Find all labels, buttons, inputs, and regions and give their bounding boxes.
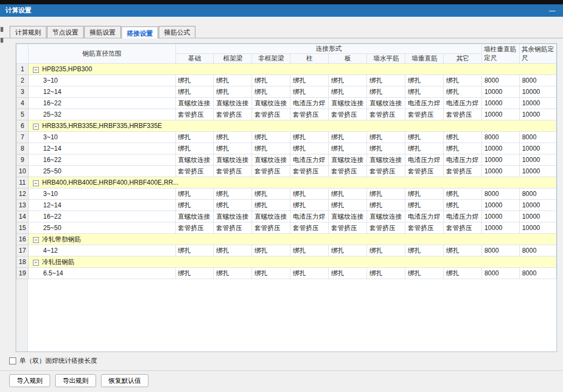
- connection-type-cell[interactable]: 直螺纹连接: [367, 211, 405, 222]
- wall-column-length-cell[interactable]: 10000: [482, 211, 520, 222]
- connection-type-cell[interactable]: 电渣压力焊: [405, 98, 444, 109]
- connection-type-cell[interactable]: 电渣压力焊: [405, 154, 444, 166]
- connection-type-cell[interactable]: 绑扎: [329, 86, 367, 98]
- connection-type-cell[interactable]: 绑扎: [329, 188, 367, 200]
- wall-column-length-cell[interactable]: 10000: [482, 200, 520, 211]
- connection-type-cell[interactable]: 绑扎: [175, 200, 214, 211]
- connection-type-cell[interactable]: 绑扎: [405, 245, 444, 256]
- other-length-cell[interactable]: 10000: [520, 211, 557, 222]
- connection-type-cell[interactable]: 绑扎: [405, 188, 444, 200]
- diameter-range-cell[interactable]: 6.5~14: [28, 268, 175, 279]
- wall-column-length-cell[interactable]: 10000: [482, 98, 520, 109]
- connection-type-cell[interactable]: 套管挤压: [175, 222, 214, 234]
- diameter-range-cell[interactable]: 25~32: [28, 109, 175, 120]
- connection-type-cell[interactable]: 绑扎: [444, 132, 482, 143]
- connection-type-cell[interactable]: 套管挤压: [252, 109, 290, 120]
- diameter-range-cell[interactable]: 12~14: [28, 200, 175, 211]
- wall-column-length-cell[interactable]: 10000: [482, 109, 520, 120]
- connection-type-cell[interactable]: 绑扎: [367, 268, 405, 279]
- connection-type-cell[interactable]: 绑扎: [214, 75, 252, 86]
- connection-type-cell[interactable]: 绑扎: [175, 75, 214, 86]
- connection-type-cell[interactable]: 绑扎: [329, 143, 367, 154]
- other-length-cell[interactable]: 8000: [520, 132, 557, 143]
- wall-column-length-cell[interactable]: 8000: [482, 188, 520, 200]
- connection-type-cell[interactable]: 绑扎: [367, 143, 405, 154]
- connection-type-cell[interactable]: 绑扎: [214, 143, 252, 154]
- connection-type-cell[interactable]: 电渣压力焊: [405, 211, 444, 222]
- connection-type-cell[interactable]: 套管挤压: [290, 109, 329, 120]
- connection-type-cell[interactable]: 套管挤压: [367, 222, 405, 234]
- other-length-cell[interactable]: 10000: [520, 86, 557, 98]
- connection-type-cell[interactable]: 绑扎: [252, 200, 290, 211]
- connection-type-cell[interactable]: 绑扎: [290, 132, 329, 143]
- diameter-range-cell[interactable]: 25~50: [28, 166, 175, 177]
- tab-节点设置[interactable]: 节点设置: [47, 26, 84, 38]
- diameter-range-cell[interactable]: 12~14: [28, 86, 175, 98]
- connection-type-cell[interactable]: 套管挤压: [214, 166, 252, 177]
- other-length-cell[interactable]: 10000: [520, 109, 557, 120]
- connection-type-cell[interactable]: 绑扎: [175, 268, 214, 279]
- connection-type-cell[interactable]: 电渣压力焊: [290, 154, 329, 166]
- connection-type-cell[interactable]: 套管挤压: [329, 109, 367, 120]
- connection-type-cell[interactable]: 绑扎: [214, 200, 252, 211]
- diameter-range-cell[interactable]: 16~22: [28, 154, 175, 166]
- connection-type-cell[interactable]: 绑扎: [444, 245, 482, 256]
- connection-type-cell[interactable]: 绑扎: [329, 75, 367, 86]
- connection-type-cell[interactable]: 电渣压力焊: [444, 154, 482, 166]
- connection-type-cell[interactable]: 绑扎: [252, 143, 290, 154]
- minimize-icon[interactable]: —: [547, 7, 558, 15]
- connection-type-cell[interactable]: 绑扎: [290, 188, 329, 200]
- rebar-group-row-cell[interactable]: −冷轧带肋钢筋: [28, 234, 556, 245]
- connection-type-cell[interactable]: 直螺纹连接: [252, 211, 290, 222]
- connection-type-cell[interactable]: 绑扎: [444, 188, 482, 200]
- export-rules-button[interactable]: 导出规则: [55, 374, 96, 387]
- connection-type-cell[interactable]: 绑扎: [175, 188, 214, 200]
- collapse-expander-icon[interactable]: −: [33, 260, 39, 266]
- connection-type-cell[interactable]: 套管挤压: [290, 166, 329, 177]
- connection-type-cell[interactable]: 绑扎: [405, 132, 444, 143]
- connection-type-cell[interactable]: 绑扎: [405, 86, 444, 98]
- connection-type-cell[interactable]: 套管挤压: [329, 222, 367, 234]
- connection-type-cell[interactable]: 直螺纹连接: [329, 154, 367, 166]
- connection-type-cell[interactable]: 绑扎: [444, 75, 482, 86]
- diameter-range-cell[interactable]: 3~10: [28, 75, 175, 86]
- connection-type-cell[interactable]: 套管挤压: [290, 222, 329, 234]
- connection-type-cell[interactable]: 直螺纹连接: [367, 154, 405, 166]
- connection-type-cell[interactable]: 绑扎: [252, 132, 290, 143]
- connection-type-cell[interactable]: 套管挤压: [444, 166, 482, 177]
- other-length-cell[interactable]: 10000: [520, 200, 557, 211]
- connection-type-cell[interactable]: 绑扎: [329, 268, 367, 279]
- other-length-cell[interactable]: 10000: [520, 98, 557, 109]
- collapse-expander-icon[interactable]: −: [33, 67, 39, 73]
- connection-type-cell[interactable]: 绑扎: [367, 245, 405, 256]
- connection-type-cell[interactable]: 直螺纹连接: [175, 98, 214, 109]
- connection-type-cell[interactable]: 绑扎: [214, 132, 252, 143]
- tab-计算规则[interactable]: 计算规则: [10, 26, 46, 38]
- connection-type-cell[interactable]: 绑扎: [367, 188, 405, 200]
- connection-type-cell[interactable]: 绑扎: [214, 268, 252, 279]
- connection-type-cell[interactable]: 绑扎: [290, 143, 329, 154]
- other-length-cell[interactable]: 8000: [520, 188, 557, 200]
- connection-type-cell[interactable]: 套管挤压: [367, 109, 405, 120]
- connection-type-cell[interactable]: 套管挤压: [367, 166, 405, 177]
- connection-type-cell[interactable]: 绑扎: [367, 75, 405, 86]
- connection-type-cell[interactable]: 绑扎: [175, 245, 214, 256]
- connection-type-cell[interactable]: 套管挤压: [252, 222, 290, 234]
- diameter-range-cell[interactable]: 4~12: [28, 245, 175, 256]
- connection-type-cell[interactable]: 直螺纹连接: [329, 98, 367, 109]
- collapse-expander-icon[interactable]: −: [33, 124, 39, 130]
- connection-type-cell[interactable]: 绑扎: [214, 245, 252, 256]
- rebar-group-row-cell[interactable]: −HPB235,HPB300: [28, 64, 556, 75]
- rebar-group-row-cell[interactable]: −冷轧扭钢筋: [28, 256, 556, 268]
- connection-type-cell[interactable]: 绑扎: [290, 86, 329, 98]
- connection-type-cell[interactable]: 绑扎: [367, 132, 405, 143]
- diameter-range-cell[interactable]: 16~22: [28, 98, 175, 109]
- connection-type-cell[interactable]: 绑扎: [329, 200, 367, 211]
- restore-defaults-button[interactable]: 恢复默认值: [101, 374, 148, 387]
- connection-type-cell[interactable]: 绑扎: [214, 86, 252, 98]
- wall-column-length-cell[interactable]: 8000: [482, 132, 520, 143]
- diameter-range-cell[interactable]: 16~22: [28, 211, 175, 222]
- wall-column-length-cell[interactable]: 10000: [482, 222, 520, 234]
- connection-type-cell[interactable]: 绑扎: [405, 200, 444, 211]
- connection-type-cell[interactable]: 直螺纹连接: [367, 98, 405, 109]
